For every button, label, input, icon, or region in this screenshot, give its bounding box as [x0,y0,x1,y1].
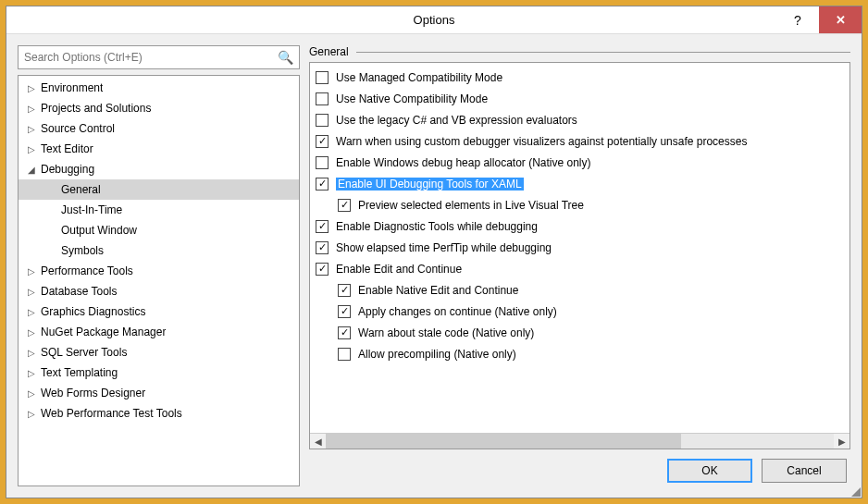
horizontal-scrollbar[interactable]: ◀ ▶ [310,433,849,449]
tree-item[interactable]: ▷Web Performance Test Tools [19,403,299,424]
checkbox[interactable] [316,92,329,105]
tree-item-label: SQL Server Tools [41,346,127,359]
checkbox[interactable] [316,241,329,254]
tree-item[interactable]: General [19,179,299,200]
checkbox[interactable] [338,305,351,318]
option-label: Use Managed Compatibility Mode [336,71,502,84]
checkbox[interactable] [338,284,351,297]
category-tree[interactable]: ▷Environment▷Projects and Solutions▷Sour… [18,75,300,486]
options-dialog: Options ? ✕ 🔍 ▷Environment▷Projects and … [6,6,862,498]
tree-item[interactable]: ◢Debugging [19,159,299,179]
section-title: General [309,45,356,58]
tree-item-label: General [61,183,101,196]
search-icon[interactable]: 🔍 [278,50,293,65]
options-list[interactable]: Use Managed Compatibility ModeUse Native… [310,63,849,433]
tree-item[interactable]: ▷Environment [19,78,299,98]
close-button[interactable]: ✕ [819,6,862,33]
option-row[interactable]: Enable UI Debugging Tools for XAML [316,173,844,194]
checkbox[interactable] [338,199,351,212]
tree-item[interactable]: Symbols [19,240,299,261]
option-row[interactable]: Use Native Compatibility Mode [316,88,844,109]
option-row[interactable]: Enable Edit and Continue [316,258,844,279]
tree-item-label: Web Forms Designer [41,387,145,400]
right-pane: General Use Managed Compatibility ModeUs… [309,45,850,486]
checkbox[interactable] [316,71,329,84]
option-row[interactable]: Warn about stale code (Native only) [316,322,844,343]
checkbox[interactable] [316,220,329,233]
tree-item[interactable]: ▷Projects and Solutions [19,98,299,118]
resize-grip-icon[interactable] [849,486,861,497]
scroll-track[interactable] [326,434,834,449]
option-row[interactable]: Preview selected elements in Live Visual… [316,194,844,215]
tree-item[interactable]: ▷NuGet Package Manager [19,322,299,342]
tree-item-label: Debugging [41,163,94,176]
titlebar: Options ? ✕ [6,6,862,34]
option-label: Show elapsed time PerfTip while debuggin… [336,241,552,254]
chevron-right-icon[interactable]: ▷ [28,104,41,114]
options-box: Use Managed Compatibility ModeUse Native… [309,62,850,449]
checkbox[interactable] [316,178,329,191]
option-label: Preview selected elements in Live Visual… [358,199,584,212]
option-label: Apply changes on continue (Native only) [358,305,557,318]
tree-item[interactable]: ▷SQL Server Tools [19,342,299,363]
chevron-right-icon[interactable]: ▷ [28,266,41,277]
option-row[interactable]: Apply changes on continue (Native only) [316,301,844,322]
chevron-right-icon[interactable]: ▷ [28,287,41,297]
tree-item-label: Environment [41,81,103,94]
chevron-right-icon[interactable]: ▷ [28,124,41,134]
scroll-right-icon[interactable]: ▶ [834,436,849,447]
option-row[interactable]: Use Managed Compatibility Mode [316,67,844,88]
option-row[interactable]: Enable Native Edit and Continue [316,279,844,301]
option-row[interactable]: Show elapsed time PerfTip while debuggin… [316,237,844,258]
option-row[interactable]: Allow precompiling (Native only) [316,343,844,364]
option-label: Allow precompiling (Native only) [358,348,516,361]
chevron-right-icon[interactable]: ▷ [28,409,41,419]
tree-item-label: NuGet Package Manager [41,326,166,338]
scroll-left-icon[interactable]: ◀ [310,436,326,447]
cancel-button[interactable]: Cancel [762,459,847,483]
tree-item[interactable]: ▷Performance Tools [19,261,299,281]
option-label: Warn when using custom debugger visualiz… [336,135,747,148]
chevron-right-icon[interactable]: ▷ [28,83,41,93]
option-row[interactable]: Enable Windows debug heap allocator (Nat… [316,152,844,173]
checkbox[interactable] [316,114,329,127]
checkbox[interactable] [338,326,351,339]
tree-item-label: Web Performance Test Tools [41,407,182,420]
divider [356,52,850,53]
tree-item-label: Text Editor [41,142,93,155]
search-box[interactable]: 🔍 [18,45,300,69]
chevron-right-icon[interactable]: ▷ [28,388,41,399]
checkbox[interactable] [316,156,329,169]
chevron-right-icon[interactable]: ▷ [28,307,41,317]
checkbox[interactable] [316,263,329,276]
tree-item[interactable]: Just-In-Time [19,200,299,220]
option-row[interactable]: Use the legacy C# and VB expression eval… [316,109,844,130]
checkbox[interactable] [316,135,329,148]
chevron-down-icon[interactable]: ◢ [28,165,41,175]
option-row[interactable]: Warn when using custom debugger visualiz… [316,130,844,152]
chevron-right-icon[interactable]: ▷ [28,327,41,338]
ok-button[interactable]: OK [667,459,752,483]
chevron-right-icon[interactable]: ▷ [28,368,41,378]
tree-item-label: Graphics Diagnostics [41,305,145,318]
tree-item[interactable]: Output Window [19,220,299,240]
search-input[interactable] [24,51,278,64]
window-title: Options [414,13,455,27]
tree-item[interactable]: ▷Text Templating [19,363,299,383]
chevron-right-icon[interactable]: ▷ [28,348,41,358]
checkbox[interactable] [338,348,351,361]
tree-item[interactable]: ▷Database Tools [19,281,299,301]
tree-item[interactable]: ▷Source Control [19,118,299,139]
tree-item[interactable]: ▷Web Forms Designer [19,383,299,403]
option-label: Enable Edit and Continue [336,263,462,276]
left-pane: 🔍 ▷Environment▷Projects and Solutions▷So… [18,45,300,486]
tree-item[interactable]: ▷Text Editor [19,139,299,159]
tree-item[interactable]: ▷Graphics Diagnostics [19,301,299,322]
scroll-thumb[interactable] [326,434,681,449]
window-controls: ? ✕ [776,6,862,33]
option-row[interactable]: Enable Diagnostic Tools while debugging [316,215,844,237]
chevron-right-icon[interactable]: ▷ [28,144,41,154]
help-button[interactable]: ? [776,6,819,33]
tree-item-label: Just-In-Time [61,203,122,216]
button-bar: OK Cancel [309,449,850,486]
